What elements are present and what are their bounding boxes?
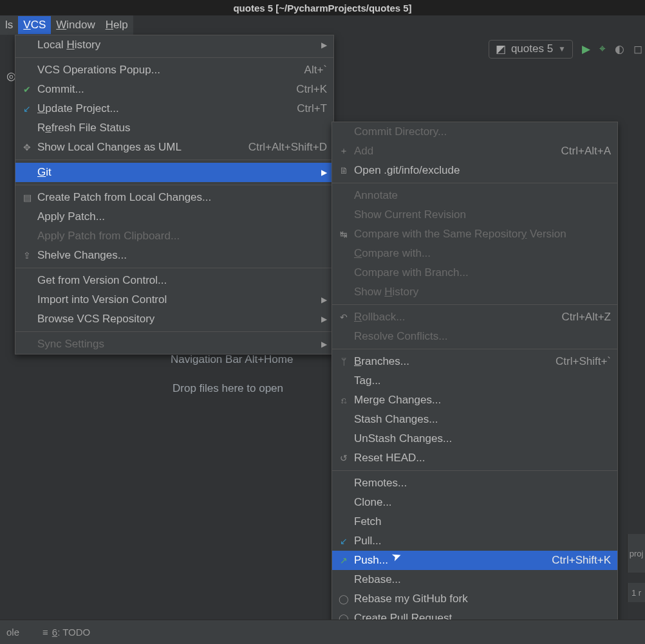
debug-icon[interactable]: ⌖ bbox=[599, 42, 606, 55]
menu-tools[interactable]: ls bbox=[0, 16, 18, 34]
vcs-import-into-vc[interactable]: Import into Version Control ▶ bbox=[15, 290, 333, 309]
vcs-show-uml[interactable]: ✥ Show Local Changes as UML Ctrl+Alt+Shi… bbox=[15, 138, 333, 157]
stop-icon[interactable]: ◻ bbox=[633, 42, 642, 56]
shortcut: Ctrl+T bbox=[277, 102, 327, 115]
menu-separator bbox=[15, 268, 333, 268]
git-unstash[interactable]: UnStash Changes... bbox=[332, 429, 617, 448]
menu-separator bbox=[332, 470, 617, 471]
git-fetch[interactable]: Fetch bbox=[332, 512, 617, 531]
push-arrow-icon: ↗ bbox=[337, 555, 350, 566]
bottom-toolbar: ole ≡6: TODO6: TODO bbox=[0, 620, 645, 644]
pull-arrow-icon: ↙ bbox=[337, 536, 350, 546]
git-compare-same-repo: ↹ Compare with the Same Repository Versi… bbox=[332, 225, 617, 244]
git-submenu: Commit Directory... ＋ Add Ctrl+Alt+A 🗎 O… bbox=[332, 122, 618, 644]
run-config-label: quotes 5 bbox=[511, 42, 553, 55]
github-icon: ◯ bbox=[337, 594, 350, 604]
check-icon: ✔ bbox=[21, 84, 33, 95]
submenu-arrow-icon: ▶ bbox=[302, 315, 327, 324]
vcs-local-history[interactable]: Local HistoryLocal History ▶ bbox=[15, 35, 333, 55]
git-pull[interactable]: ↙ Pull... bbox=[332, 531, 617, 551]
right-tool-stub[interactable]: proj bbox=[627, 534, 645, 573]
run-config-selector[interactable]: ◩ quotes 5 ▼ bbox=[489, 40, 573, 59]
shortcut: Ctrl+K bbox=[277, 83, 327, 96]
shortcut: Ctrl+Alt+A bbox=[542, 145, 611, 158]
menubar: ls VVCSCS WindowWindow HelpHelp bbox=[0, 15, 133, 35]
vcs-git[interactable]: GitGit ▶ bbox=[15, 163, 333, 182]
git-tag[interactable]: Tag... bbox=[332, 371, 617, 391]
menu-separator bbox=[15, 185, 333, 185]
diff-icon: ↹ bbox=[337, 229, 350, 239]
uml-icon: ✥ bbox=[21, 142, 33, 152]
git-clone[interactable]: Clone... bbox=[332, 493, 617, 512]
vcs-shelve[interactable]: ⇪ Shelve Changes... bbox=[15, 246, 333, 265]
vcs-refresh[interactable]: Refresh File StatusRefresh File Status bbox=[15, 118, 333, 138]
git-show-history: Show HistoryShow History bbox=[332, 282, 617, 302]
git-branches[interactable]: ᛘ Branches...Branches... Ctrl+Shift+` bbox=[332, 352, 617, 371]
shortcut: Ctrl+Alt+Shift+D bbox=[229, 141, 327, 154]
right-tool-stub2[interactable]: 1 r bbox=[627, 583, 645, 602]
git-annotate: Annotate bbox=[332, 186, 617, 205]
git-push[interactable]: ↗ Push... Ctrl+Shift+K bbox=[332, 551, 617, 570]
merge-icon: ⎌ bbox=[337, 395, 350, 405]
git-open-exclude[interactable]: 🗎 Open .git/info/exclude bbox=[332, 161, 617, 180]
reset-icon: ↺ bbox=[337, 453, 350, 463]
menu-separator bbox=[15, 160, 333, 160]
git-rebase[interactable]: Rebase... bbox=[332, 570, 617, 589]
git-reset-head[interactable]: ↺ Reset HEAD... bbox=[332, 448, 617, 468]
vcs-update[interactable]: ↙ Update Project...Update Project... Ctr… bbox=[15, 99, 333, 118]
drop-hint: Drop files here to open bbox=[173, 382, 283, 395]
run-icon[interactable]: ▶ bbox=[582, 42, 590, 56]
shelve-icon: ⇪ bbox=[21, 250, 33, 261]
shortcut: Alt+` bbox=[285, 64, 327, 77]
vcs-apply-patch[interactable]: Apply Patch... bbox=[15, 207, 333, 226]
submenu-arrow-icon: ▶ bbox=[302, 295, 327, 304]
git-stash[interactable]: Stash Changes... bbox=[332, 410, 617, 429]
menu-separator bbox=[15, 57, 333, 58]
git-add: ＋ Add Ctrl+Alt+A bbox=[332, 142, 617, 161]
chevron-down-icon: ▼ bbox=[558, 44, 566, 53]
menu-separator bbox=[332, 183, 617, 183]
toolbar-right: ◩ quotes 5 ▼ ▶ ⌖ ◐ ◻ bbox=[489, 37, 642, 60]
menu-help[interactable]: HelpHelp bbox=[100, 16, 133, 34]
django-icon: ◩ bbox=[496, 42, 506, 56]
todo-tab[interactable]: ≡6: TODO6: TODO bbox=[42, 627, 90, 638]
vcs-dropdown: Local HistoryLocal History ▶ VCS Operati… bbox=[15, 35, 334, 354]
navbar-hint: Navigation Bar Alt+Home bbox=[171, 353, 293, 366]
menu-separator bbox=[332, 304, 617, 305]
submenu-arrow-icon: ▶ bbox=[302, 168, 327, 177]
git-show-revision: Show Current Revision bbox=[332, 205, 617, 225]
vcs-sync-settings: Sync Settings ▶ bbox=[15, 335, 333, 354]
vcs-create-patch[interactable]: ▤ Create Patch from Local Changes... bbox=[15, 188, 333, 207]
plus-icon: ＋ bbox=[337, 145, 350, 157]
menu-separator bbox=[332, 349, 617, 349]
submenu-arrow-icon: ▶ bbox=[302, 340, 327, 349]
rollback-icon: ↶ bbox=[337, 312, 350, 322]
vcs-commit[interactable]: ✔ Commit... Ctrl+K bbox=[15, 80, 333, 99]
git-remotes[interactable]: Remotes... bbox=[332, 474, 617, 493]
console-tab[interactable]: ole bbox=[6, 627, 19, 638]
menu-window[interactable]: WindowWindow bbox=[51, 16, 100, 34]
shortcut: Ctrl+Shift+` bbox=[536, 355, 611, 368]
git-commit-directory: Commit Directory... bbox=[332, 122, 617, 142]
menu-vcs[interactable]: VVCSCS bbox=[18, 16, 51, 34]
patch-icon: ▤ bbox=[21, 192, 33, 203]
vcs-browse-repo[interactable]: Browse VCS Repository ▶ bbox=[15, 309, 333, 329]
vcs-operations-popup[interactable]: VCS Operations Popup... Alt+` bbox=[15, 60, 333, 80]
shortcut: Ctrl+Shift+K bbox=[532, 554, 611, 567]
git-merge[interactable]: ⎌ Merge Changes... bbox=[332, 391, 617, 410]
branch-icon: ᛘ bbox=[337, 356, 350, 367]
git-resolve-conflicts: Resolve Conflicts... bbox=[332, 327, 617, 346]
coverage-icon[interactable]: ◐ bbox=[615, 42, 624, 56]
update-arrow-icon: ↙ bbox=[21, 104, 33, 114]
window-title: quotes 5 [~/PycharmProjects/quotes 5] bbox=[0, 0, 645, 15]
vcs-get-from-vc[interactable]: Get from Version Control... bbox=[15, 271, 333, 290]
git-compare-with: Compare with...Compare with... bbox=[332, 244, 617, 263]
submenu-arrow-icon: ▶ bbox=[302, 41, 327, 50]
git-rollback: ↶ Rollback...Rollback... Ctrl+Alt+Z bbox=[332, 308, 617, 327]
git-compare-branch: Compare with Branch... bbox=[332, 263, 617, 282]
git-rebase-github-fork[interactable]: ◯ Rebase my GitHub fork bbox=[332, 589, 617, 609]
menu-separator bbox=[15, 331, 333, 332]
shortcut: Ctrl+Alt+Z bbox=[542, 311, 611, 324]
file-icon: 🗎 bbox=[337, 165, 350, 176]
vcs-apply-patch-clipboard: Apply Patch from Clipboard... bbox=[15, 226, 333, 246]
